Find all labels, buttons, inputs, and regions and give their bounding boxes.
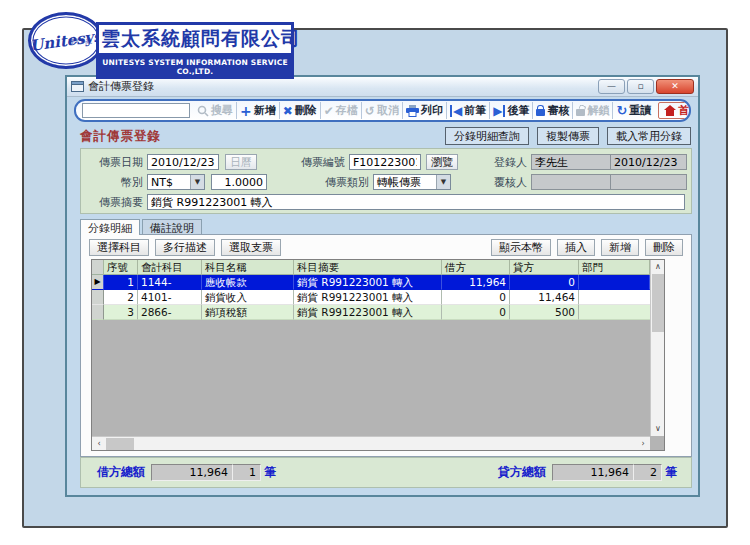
cancel-button[interactable]: ↺ 取消 [361, 102, 402, 119]
tab-entry-detail[interactable]: 分錄明細 [80, 219, 140, 235]
load-common-entries-button[interactable]: 載入常用分錄 [607, 127, 691, 145]
credit-unit-label: 筆 [665, 464, 677, 481]
col-header-seq[interactable]: 序號 [104, 260, 138, 275]
print-button[interactable]: 列印 [402, 102, 446, 119]
audit-label: 審核 [547, 103, 569, 118]
col-header-account[interactable]: 會計科目 [138, 260, 202, 275]
close-button[interactable]: ✕ [656, 79, 694, 94]
table-row[interactable]: 2 4101- 銷貨收入 銷貨 R991223001 轉入 0 11,464 [92, 290, 650, 305]
vertical-scrollbar[interactable]: ∧ ∨ [650, 260, 664, 436]
scroll-left-icon[interactable]: ‹ [92, 437, 106, 451]
cell-seq[interactable]: 3 [104, 305, 138, 320]
next-track-icon: ▶ [493, 105, 505, 117]
cell-summary[interactable]: 銷貨 R991223001 轉入 [294, 275, 442, 290]
cell-debit[interactable]: 11,964 [442, 275, 510, 290]
show-local-currency-button[interactable]: 顯示本幣 [491, 239, 551, 256]
select-account-button[interactable]: 選擇科目 [89, 239, 149, 256]
cell-account[interactable]: 4101- [138, 290, 202, 305]
plus-icon: + [240, 105, 252, 117]
row-selector-cell[interactable] [92, 290, 104, 305]
voucher-summary-input[interactable] [147, 194, 685, 210]
cell-dept[interactable] [579, 275, 650, 290]
cell-dept[interactable] [579, 290, 650, 305]
cell-credit[interactable]: 11,464 [510, 290, 579, 305]
cell-account[interactable]: 2866- [138, 305, 202, 320]
delete-button[interactable]: ✖ 刪除 [279, 102, 320, 119]
vertical-scroll-thumb[interactable] [652, 274, 664, 332]
next-record-button[interactable]: ▶ 後筆 [489, 102, 532, 119]
print-label: 列印 [421, 103, 443, 118]
table-row[interactable]: ▶ 1 1144- 應收帳款 銷貨 R991223001 轉入 11,964 0 [92, 275, 650, 290]
entry-detail-query-button[interactable]: 分錄明細查詢 [445, 127, 529, 145]
exchange-rate-input[interactable] [211, 174, 267, 190]
browse-button[interactable]: 瀏覽 [426, 154, 458, 170]
cell-dept[interactable] [579, 305, 650, 320]
horizontal-scrollbar[interactable]: ‹ › [92, 436, 650, 450]
col-header-summary[interactable]: 科目摘要 [294, 260, 442, 275]
cell-account[interactable]: 1144- [138, 275, 202, 290]
cell-summary[interactable]: 銷貨 R991223001 轉入 [294, 290, 442, 305]
tab-notes[interactable]: 備註說明 [142, 219, 202, 235]
col-header-credit[interactable]: 貸方 [510, 260, 579, 275]
audit-button[interactable]: 審核 [532, 102, 572, 119]
add-row-button[interactable]: 新增 [601, 239, 639, 256]
voucher-no-input[interactable] [349, 154, 421, 170]
totals-bar: 借方總額 11,964 1 筆 貸方總額 11,964 2 筆 [80, 457, 692, 488]
add-label: 新增 [254, 103, 276, 118]
unlock-label: 解鎖 [587, 103, 609, 118]
home-icon [664, 105, 676, 116]
prev-record-button[interactable]: ◀ 前筆 [446, 102, 489, 119]
screen: Unitesys 雲太系統 雲太系統顧問有限公司 UNITESYS SYSTEM… [0, 0, 750, 545]
chevron-down-icon[interactable]: ▼ [190, 175, 204, 189]
horizontal-scroll-thumb[interactable] [106, 438, 134, 450]
chevron-down-icon[interactable]: ▼ [436, 175, 450, 189]
page-title: 會計傳票登錄 [80, 128, 161, 145]
cell-debit[interactable]: 0 [442, 305, 510, 320]
minimize-button[interactable]: — [598, 79, 625, 94]
reload-button[interactable]: ↻ 重讀 [612, 102, 654, 119]
col-header-name[interactable]: 科目名稱 [202, 260, 294, 275]
maximize-button[interactable]: ▫ [627, 79, 654, 94]
copy-voucher-button[interactable]: 複製傳票 [537, 127, 599, 145]
cell-credit[interactable]: 0 [510, 275, 579, 290]
search-button[interactable]: 搜尋 [194, 102, 236, 119]
multiline-desc-button[interactable]: 多行描述 [155, 239, 215, 256]
summary-label: 傳票摘要 [85, 195, 143, 210]
delete-row-button[interactable]: 刪除 [645, 239, 683, 256]
cell-name[interactable]: 銷貨收入 [202, 290, 294, 305]
scroll-up-icon[interactable]: ∧ [651, 260, 665, 274]
cell-seq[interactable]: 1 [104, 275, 138, 290]
delete-label: 刪除 [295, 103, 317, 118]
cell-summary[interactable]: 銷貨 R991223001 轉入 [294, 305, 442, 320]
row-selector-cell[interactable]: ▶ [92, 275, 104, 290]
insert-row-button[interactable]: 插入 [557, 239, 595, 256]
voucher-date-input[interactable] [147, 154, 219, 170]
search-input[interactable] [82, 103, 190, 118]
col-header-debit[interactable]: 借方 [442, 260, 510, 275]
unlock-button[interactable]: 解鎖 [572, 102, 612, 119]
debit-total-label: 借方總額 [97, 464, 145, 481]
voucher-type-select[interactable]: 轉帳傳票 ▼ [373, 174, 451, 190]
cell-name[interactable]: 銷項稅額 [202, 305, 294, 320]
table-row[interactable]: 3 2866- 銷項稅額 銷貨 R991223001 轉入 0 500 [92, 305, 650, 320]
currency-select[interactable]: NT$ ▼ [147, 174, 205, 190]
window-titlebar[interactable]: 會計傳票登錄 — ▫ ✕ [67, 77, 698, 97]
cell-seq[interactable]: 2 [104, 290, 138, 305]
search-label: 搜尋 [211, 103, 233, 118]
home-button[interactable]: 首頁 [658, 102, 691, 119]
cell-credit[interactable]: 500 [510, 305, 579, 320]
scroll-down-icon[interactable]: ∨ [651, 422, 665, 436]
row-selector-cell[interactable] [92, 305, 104, 320]
cell-debit[interactable]: 0 [442, 290, 510, 305]
grid-header-row: 序號 會計科目 科目名稱 科目摘要 借方 貸方 部門 [92, 260, 650, 275]
cell-name[interactable]: 應收帳款 [202, 275, 294, 290]
save-button[interactable]: ✔ 存檔 [320, 102, 361, 119]
add-button[interactable]: + 新增 [236, 102, 279, 119]
col-header-dept[interactable]: 部門 [579, 260, 650, 275]
unlock-icon [576, 109, 585, 116]
select-check-button[interactable]: 選取支票 [221, 239, 281, 256]
reviewer-label: 覆核人 [494, 175, 527, 190]
scroll-right-icon[interactable]: › [636, 437, 650, 451]
currency-value: NT$ [148, 176, 176, 189]
calendar-button[interactable]: 日曆 [225, 154, 257, 170]
